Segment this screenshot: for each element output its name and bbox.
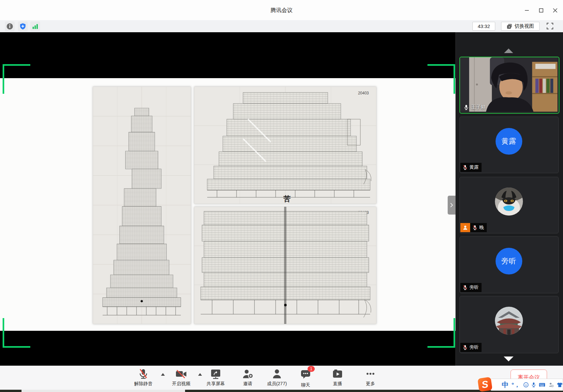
chat-label: 聊天 bbox=[301, 382, 310, 388]
participant-video-feed bbox=[460, 57, 557, 112]
participant-avatar-initials: 黄露 bbox=[496, 128, 522, 155]
participant-tile[interactable]: 晚 bbox=[459, 177, 559, 233]
share-screen-icon bbox=[210, 368, 222, 380]
participant-name-row: 王子耕 bbox=[463, 104, 486, 110]
participant-tile[interactable]: 旁听 bbox=[459, 296, 559, 353]
drawing-building-section-bottom: 20403 bbox=[194, 207, 376, 324]
voice-input-icon[interactable] bbox=[531, 381, 536, 389]
participant-name: 晚 bbox=[479, 225, 484, 231]
members-label: 成员(277) bbox=[267, 381, 287, 387]
maximize-button[interactable] bbox=[536, 7, 546, 14]
meeting-info-button[interactable] bbox=[5, 21, 15, 31]
mic-muted-icon bbox=[462, 285, 468, 290]
ime-toolbox-icon[interactable] bbox=[548, 381, 554, 389]
member-person-icon bbox=[463, 225, 468, 230]
participant-tile-video[interactable]: 王子耕 bbox=[459, 57, 559, 114]
shield-icon bbox=[19, 23, 26, 30]
chat-button[interactable]: 1 聊天 bbox=[288, 368, 324, 388]
chat-unread-badge: 1 bbox=[308, 366, 315, 372]
mic-on-icon bbox=[463, 105, 469, 110]
scroll-up-arrow[interactable] bbox=[504, 49, 513, 53]
participant-name: 黄露 bbox=[469, 164, 479, 170]
invite-person-icon bbox=[242, 368, 253, 380]
participant-name: 旁听 bbox=[469, 344, 479, 350]
close-icon bbox=[553, 8, 557, 13]
switch-view-button[interactable]: 切换视图 bbox=[501, 22, 540, 31]
member-role-badge bbox=[460, 223, 470, 232]
participant-name-chip: 旁听 bbox=[460, 343, 482, 352]
chevron-right-icon bbox=[450, 203, 453, 207]
unmute-button[interactable]: 解除静音 bbox=[125, 368, 161, 387]
participant-name-chip: 黄露 bbox=[460, 163, 482, 172]
maximize-icon bbox=[539, 8, 543, 13]
share-border-top-right bbox=[427, 64, 455, 94]
mic-muted-icon bbox=[462, 345, 468, 350]
start-video-label: 开启视频 bbox=[172, 381, 190, 387]
participant-name-chip: 晚 bbox=[470, 223, 487, 232]
taskbar-edge-highlight bbox=[22, 390, 185, 392]
fullscreen-button[interactable] bbox=[546, 22, 554, 31]
ime-skin-icon[interactable] bbox=[557, 381, 563, 389]
tencent-meeting-window: 腾讯会议 43:32 bbox=[0, 0, 563, 392]
meeting-timer: 43:32 bbox=[472, 22, 495, 31]
share-border-bottom-right bbox=[427, 318, 455, 348]
participant-name: 旁听 bbox=[469, 285, 479, 290]
mic-muted-icon bbox=[462, 165, 468, 170]
info-icon bbox=[6, 23, 13, 30]
share-screen-label: 共享屏幕 bbox=[207, 381, 225, 387]
share-border-bottom-left bbox=[3, 318, 30, 348]
participant-name: 王子耕 bbox=[471, 104, 486, 110]
participant-tile[interactable]: 旁听 旁听 bbox=[459, 236, 559, 293]
live-stream-label: 直播 bbox=[333, 381, 342, 387]
participant-avatar-photo-temple bbox=[495, 307, 523, 335]
network-signal-button[interactable] bbox=[30, 21, 40, 31]
participant-avatar-initials: 旁听 bbox=[496, 248, 522, 274]
more-dots-icon bbox=[365, 368, 376, 380]
member-person-icon bbox=[271, 368, 283, 380]
title-bar: 腾讯会议 bbox=[0, 0, 563, 21]
sogou-ime-logo[interactable]: S bbox=[477, 377, 492, 392]
close-button[interactable] bbox=[550, 7, 560, 14]
live-stream-button[interactable]: 直播 bbox=[320, 368, 355, 387]
window-title: 腾讯会议 bbox=[0, 0, 563, 20]
minimize-icon bbox=[525, 8, 529, 13]
share-border-top-left bbox=[3, 64, 30, 94]
more-button[interactable]: 更多 bbox=[353, 368, 388, 387]
minimize-button[interactable] bbox=[522, 7, 532, 14]
drawing-code-top: 20403 bbox=[358, 91, 369, 95]
start-video-button[interactable]: 开启视频 bbox=[163, 368, 199, 387]
fullscreen-icon bbox=[546, 22, 554, 30]
unmute-label: 解除静音 bbox=[134, 381, 152, 387]
soft-keyboard-icon[interactable] bbox=[539, 381, 545, 388]
live-tv-icon bbox=[332, 368, 343, 380]
switch-view-label: 切换视图 bbox=[514, 23, 534, 29]
emoji-icon[interactable] bbox=[523, 381, 529, 389]
sidebar-collapse-handle[interactable] bbox=[448, 196, 455, 215]
ime-toolbar[interactable]: 中 °， bbox=[490, 379, 563, 391]
security-shield-button[interactable] bbox=[18, 21, 28, 31]
participant-badges-row: 晚 bbox=[460, 223, 487, 232]
invite-label: 邀请 bbox=[243, 381, 252, 387]
more-label: 更多 bbox=[366, 381, 375, 387]
mic-muted-icon bbox=[137, 368, 149, 380]
share-screen-button[interactable]: 共享屏幕 bbox=[198, 368, 234, 387]
switch-view-icon bbox=[507, 23, 512, 29]
scroll-down-arrow[interactable] bbox=[504, 357, 513, 361]
ime-mode-indicator[interactable]: 中 bbox=[502, 380, 509, 389]
participant-avatar-photo-cat bbox=[495, 188, 523, 216]
signal-bars-icon bbox=[32, 23, 39, 30]
ime-punctuation-indicator[interactable]: °， bbox=[512, 381, 520, 389]
drawing-annotation: 苦 bbox=[283, 195, 291, 203]
mic-muted-icon bbox=[472, 225, 478, 231]
participant-tile[interactable]: 黄露 黄露 bbox=[459, 117, 559, 173]
drawing-building-section-top: 20403 苦 bbox=[194, 87, 376, 204]
camera-muted-icon bbox=[175, 368, 187, 380]
participant-name-chip: 旁听 bbox=[460, 283, 482, 292]
drawing-tower-section bbox=[93, 87, 191, 324]
